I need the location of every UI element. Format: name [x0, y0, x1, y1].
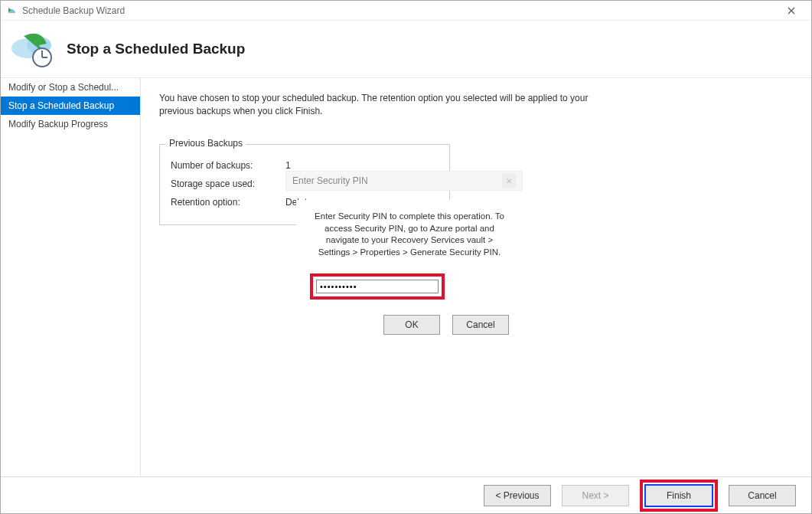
- sidebar-item-label: Modify Backup Progress: [8, 119, 108, 129]
- intro-text: You have chosen to stop your scheduled b…: [159, 92, 603, 118]
- finish-button-highlight: Finish: [640, 480, 718, 512]
- button-label: Finish: [667, 490, 691, 501]
- sidebar-item-label: Stop a Scheduled Backup: [8, 100, 114, 111]
- security-pin-dialog: Enter Security PIN to complete this oper…: [296, 200, 523, 349]
- label: Retention option:: [171, 197, 285, 208]
- security-pin-header: Enter Security PIN ✕: [285, 171, 523, 191]
- wizard-sidebar: Modify or Stop a Schedul... Stop a Sched…: [1, 78, 141, 476]
- security-pin-message: Enter Security PIN to complete this oper…: [310, 211, 509, 258]
- security-pin-close-button[interactable]: ✕: [502, 174, 516, 188]
- wizard-footer: < Previous Next > Finish Cancel: [1, 476, 811, 513]
- security-pin-placeholder: Enter Security PIN: [292, 175, 368, 186]
- previous-button[interactable]: < Previous: [484, 485, 551, 506]
- wizard-header: Stop a Scheduled Backup: [1, 21, 811, 77]
- cancel-button[interactable]: Cancel: [729, 485, 796, 506]
- sidebar-item-modify-or-stop[interactable]: Modify or Stop a Schedul...: [1, 78, 140, 97]
- backup-logo-icon: [5, 26, 59, 72]
- button-label: Cancel: [748, 490, 776, 501]
- finish-button[interactable]: Finish: [644, 484, 713, 507]
- sidebar-item-label: Modify or Stop a Schedul...: [8, 82, 119, 93]
- button-label: OK: [405, 319, 418, 330]
- titlebar: Schedule Backup Wizard: [1, 1, 811, 21]
- button-label: Next >: [582, 490, 608, 501]
- sidebar-item-modify-progress[interactable]: Modify Backup Progress: [1, 115, 140, 133]
- cancel-button[interactable]: Cancel: [452, 315, 509, 335]
- window-title: Schedule Backup Wizard: [22, 5, 776, 16]
- row-number-of-backups: Number of backups: 1: [171, 160, 439, 171]
- fieldset-legend: Previous Backups: [166, 138, 246, 149]
- security-pin-input-highlight: [310, 273, 445, 300]
- value: 1: [285, 160, 291, 171]
- wizard-window: Schedule Backup Wizard Stop a Scheduled …: [0, 0, 812, 514]
- page-title: Stop a Scheduled Backup: [67, 41, 245, 57]
- ok-button[interactable]: OK: [383, 315, 440, 335]
- sidebar-item-stop-backup[interactable]: Stop a Scheduled Backup: [1, 97, 140, 115]
- app-icon: [5, 5, 18, 17]
- button-label: Cancel: [466, 319, 494, 330]
- button-label: < Previous: [495, 490, 539, 501]
- label: Number of backups:: [171, 160, 285, 171]
- security-pin-buttons: OK Cancel: [383, 315, 509, 335]
- window-close-button[interactable]: [776, 1, 807, 20]
- label: Storage space used:: [171, 178, 285, 189]
- next-button: Next >: [562, 485, 629, 506]
- security-pin-input[interactable]: [316, 280, 439, 293]
